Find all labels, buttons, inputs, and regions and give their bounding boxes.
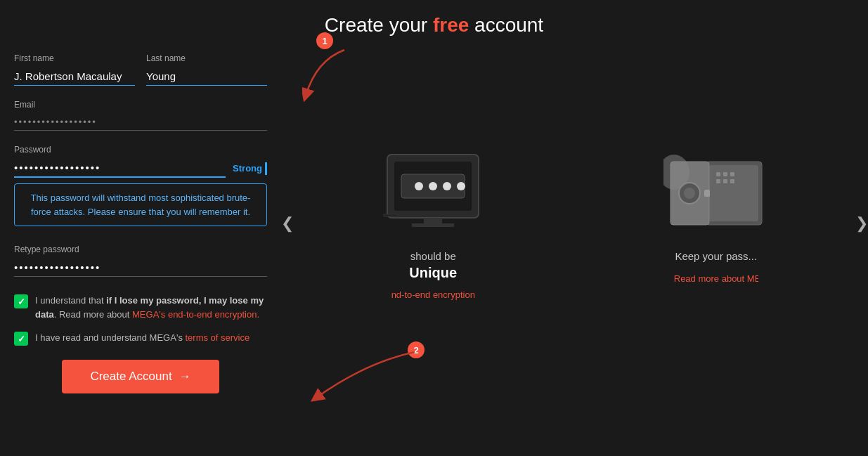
page-title: Create your free account (325, 14, 543, 37)
svg-point-7 (457, 182, 465, 190)
carousel-left-button[interactable]: ❮ (281, 214, 294, 233)
content-wrapper: First name Last name Email Password Stro… (0, 53, 868, 393)
svg-rect-8 (424, 218, 442, 223)
first-name-input[interactable] (14, 67, 135, 86)
svg-point-6 (443, 182, 451, 190)
password-input[interactable] (14, 159, 226, 178)
svg-rect-16 (704, 190, 710, 197)
svg-point-15 (684, 188, 695, 199)
last-name-group: Last name (146, 53, 267, 86)
checkbox-text-2: I have read and understand MEGA's terms … (35, 331, 250, 345)
svg-rect-22 (730, 179, 734, 183)
checkbox-row-2: ✓ I have read and understand MEGA's term… (14, 331, 267, 346)
password-group: Password Strong This password will withs… (14, 145, 267, 237)
svg-rect-17 (716, 172, 720, 176)
strength-bar (265, 162, 267, 175)
email-label: Email (14, 100, 267, 110)
retype-group: Retype password (14, 245, 267, 277)
carousel-right-button[interactable]: ❯ (855, 214, 868, 233)
carousel-title-1: Unique (409, 265, 457, 281)
email-group: Email (14, 100, 267, 131)
terms-link[interactable]: terms of service (186, 332, 250, 343)
last-name-label: Last name (146, 53, 267, 63)
last-name-input[interactable] (146, 67, 267, 86)
annotation-1-container: 1 (316, 32, 333, 49)
create-btn-wrapper: Create Account → (14, 360, 267, 393)
page-container: Create your free account First name Last… (0, 14, 868, 393)
mega-link-text-1: MEGA's end-to-end encryption. (132, 309, 259, 320)
carousel-link-2[interactable]: Read more about MEGA's e... (674, 273, 758, 284)
svg-rect-21 (723, 179, 727, 183)
checkmark-1: ✓ (18, 297, 25, 307)
svg-rect-19 (730, 172, 734, 176)
first-name-group: First name (14, 53, 135, 86)
password-hint: This password will withstand most sophis… (14, 183, 267, 226)
carousel-item-2: Keep your pass... Read more about MEGA's… (585, 148, 848, 284)
svg-rect-20 (716, 179, 720, 183)
retype-input[interactable] (14, 259, 267, 277)
svg-point-4 (415, 182, 423, 190)
mega-link-1[interactable]: MEGA's end-to-end encryption. (132, 309, 259, 320)
create-account-button[interactable]: Create Account → (62, 360, 219, 393)
carousel-subtitle-1: should be (410, 250, 456, 262)
email-input[interactable] (14, 114, 267, 131)
checkbox-2[interactable]: ✓ (14, 332, 28, 346)
svg-rect-10 (384, 214, 398, 216)
checkbox-1[interactable]: ✓ (14, 294, 28, 308)
annotation-arrow-2 (309, 348, 422, 405)
carousel-content: should be Unique nd-to-end encryption (302, 148, 847, 300)
svg-rect-9 (412, 223, 454, 227)
checkmark-2: ✓ (18, 334, 25, 344)
carousel-image-2 (663, 148, 769, 239)
create-btn-arrow-icon: → (179, 370, 191, 384)
svg-point-5 (429, 182, 437, 190)
carousel-link-text-1: nd-to-end encryption (391, 289, 475, 300)
name-row: First name Last name (14, 53, 267, 86)
carousel-link-1[interactable]: nd-to-end encryption (391, 289, 475, 300)
password-row: Strong (14, 159, 267, 178)
password-label: Password (14, 145, 267, 155)
carousel-subtitle-2: Keep your pass... (675, 250, 757, 262)
title-suffix: account (469, 14, 543, 36)
left-arrow-icon: ❮ (281, 214, 294, 232)
form-section: First name Last name Email Password Stro… (0, 53, 281, 393)
annotation-arrow-1 (302, 46, 358, 103)
first-name-label: First name (14, 53, 135, 63)
checkboxes: ✓ I understand that if I lose my passwor… (14, 294, 267, 346)
carousel-section: 1 ❮ (281, 53, 868, 393)
carousel-image-1 (380, 148, 486, 239)
checkbox-text-1: I understand that if I lose my password,… (35, 294, 267, 321)
strength-label: Strong (233, 163, 262, 174)
carousel-item-1: should be Unique nd-to-end encryption (302, 148, 564, 300)
checkbox-row-1: ✓ I understand that if I lose my passwor… (14, 294, 267, 321)
annotation-2-container: 2 (408, 341, 425, 358)
carousel-link-text-2: Read more about MEGA's e (674, 273, 758, 284)
password-hint-text: This password will withstand most sophis… (31, 193, 251, 217)
create-btn-label: Create Account (90, 370, 171, 384)
terms-link-text: terms of service (186, 332, 250, 343)
title-prefix: Create your (325, 14, 433, 36)
title-highlight: free (433, 14, 469, 36)
retype-label: Retype password (14, 245, 267, 254)
right-arrow-icon: ❯ (855, 214, 868, 232)
svg-rect-18 (723, 172, 727, 176)
